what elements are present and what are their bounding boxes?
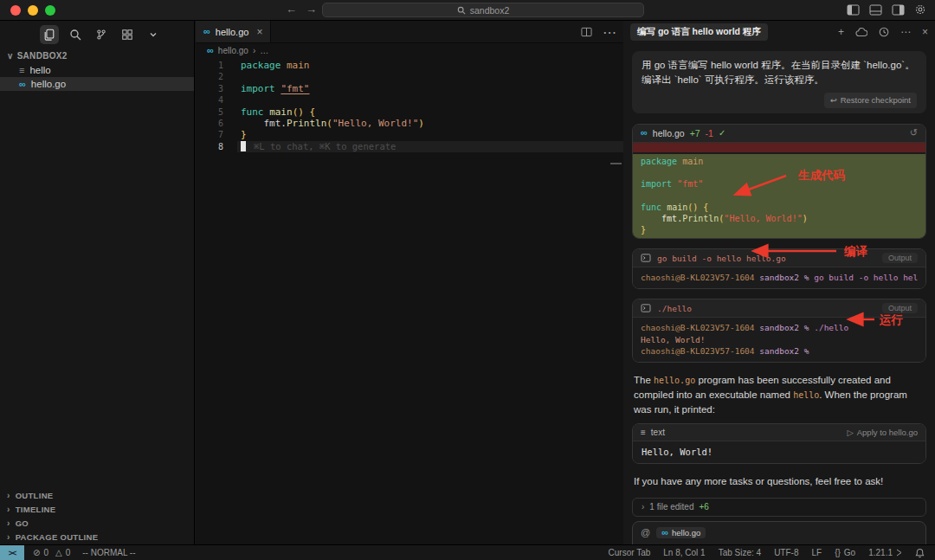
editor-more-actions-icon[interactable]: ⋯ xyxy=(603,24,616,41)
eol-indicator[interactable]: LF xyxy=(811,548,822,557)
notifications-bell-icon[interactable] xyxy=(915,548,925,558)
go-version[interactable]: 1.21.1 xyxy=(868,548,902,557)
scrollbar-marker[interactable] xyxy=(610,163,622,164)
history-clock-icon[interactable] xyxy=(879,27,889,37)
list-icon: ≡ xyxy=(641,428,646,437)
section-timeline[interactable]: ›TIMELINE xyxy=(0,502,194,516)
more-views-chevron-icon[interactable] xyxy=(144,25,163,44)
chat-more-icon[interactable]: ⋯ xyxy=(900,26,911,38)
terminal-card-run: ./hello Output chaoshi@B-KL023V57-1604 s… xyxy=(632,299,926,363)
zoom-window-button[interactable] xyxy=(45,5,55,16)
applied-check-icon: ✓ xyxy=(719,128,725,138)
code-line: 1 package main xyxy=(196,60,623,71)
activity-bar xyxy=(40,25,194,44)
undo-icon: ↩ xyxy=(830,94,837,106)
apply-to-file-button[interactable]: ▷ Apply to hello.go xyxy=(847,428,918,437)
go-file-icon: ∞ xyxy=(207,46,214,55)
close-chat-icon[interactable]: × xyxy=(922,26,928,38)
code-line-current: 8 ⌘L to chat, ⌘K to generate xyxy=(196,141,623,152)
user-message-card: 用 go 语言编写 hello world 程序。在当前目录创建 `hello.… xyxy=(632,51,926,113)
back-icon[interactable]: ← xyxy=(286,3,297,16)
diff-line xyxy=(633,167,925,178)
terminal-line: chaoshi@B-KL023V57-1604 sandbox2 % go bu… xyxy=(641,272,918,283)
revert-diff-icon[interactable]: ↺ xyxy=(910,127,918,138)
text-output-card: ≡ text ▷ Apply to hello.go Hello, World! xyxy=(632,423,926,464)
terminal-line: chaoshi@B-KL023V57-1604 sandbox2 % ./hel… xyxy=(641,322,918,333)
cursor-tab-status[interactable]: Cursor Tab xyxy=(609,548,651,557)
extensions-icon[interactable] xyxy=(118,25,137,44)
tab-hello-go[interactable]: ∞ hello.go × xyxy=(196,21,271,42)
cloud-icon[interactable] xyxy=(855,28,867,37)
cursor-position[interactable]: Ln 8, Col 1 xyxy=(663,548,705,557)
command-center-search[interactable]: sandbox2 xyxy=(322,3,644,17)
terminal-command: ./hello xyxy=(657,304,692,313)
tab-size[interactable]: Tab Size: 4 xyxy=(719,548,761,557)
text-card-body: Hello, World! xyxy=(633,441,925,463)
code-diff-card: ∞ hello.go +7 -1 ✓ ↺ package main import… xyxy=(632,124,926,239)
restore-checkpoint-button[interactable]: ↩ Restore checkpoint xyxy=(824,93,917,108)
source-control-icon[interactable] xyxy=(92,25,111,44)
file-row-hello[interactable]: ≡ hello xyxy=(0,63,194,77)
code-editor[interactable]: 1 package main 2 3 import "fmt" 4 5 func… xyxy=(196,57,623,152)
go-file-icon: ∞ xyxy=(203,27,210,36)
terminal-line: Hello, World! xyxy=(641,334,918,345)
lines-removed-badge: -1 xyxy=(706,128,713,138)
chat-tab-title[interactable]: 编写 go 语言 hello world 程序 xyxy=(630,23,768,41)
terminal-header[interactable]: ./hello Output xyxy=(633,299,925,318)
window-controls[interactable] xyxy=(10,5,55,16)
problems-indicator[interactable]: ⊘0 △0 xyxy=(33,548,70,557)
text-card-header: ≡ text ▷ Apply to hello.go xyxy=(633,424,925,441)
language-mode[interactable]: {} Go xyxy=(835,548,855,557)
add-context-icon[interactable]: @ xyxy=(641,527,650,537)
toggle-primary-sidebar-icon[interactable] xyxy=(847,4,860,16)
inline-code: hello.go xyxy=(654,376,695,385)
ai-chat-panel: 编写 go 语言 hello world 程序 + ⋯ × 用 go 语言编写 … xyxy=(623,21,935,544)
terminal-output: chaoshi@B-KL023V57-1604 sandbox2 % go bu… xyxy=(633,267,925,288)
encoding[interactable]: UTF-8 xyxy=(774,548,798,557)
section-outline[interactable]: ›OUTLINE xyxy=(0,488,194,502)
toggle-secondary-sidebar-icon[interactable] xyxy=(892,4,905,16)
breadcrumb[interactable]: ∞ hello.go › … xyxy=(196,43,623,57)
toggle-panel-icon[interactable] xyxy=(869,4,882,16)
new-chat-icon[interactable]: + xyxy=(838,26,844,38)
user-message-text: 用 go 语言编写 hello world 程序。在当前目录创建 `hello.… xyxy=(642,58,917,88)
sidebar-sections: ›OUTLINE ›TIMELINE ›GO ›PACKAGE OUTLINE xyxy=(0,488,194,544)
terminal-header[interactable]: go build -o hello hello.go Output xyxy=(633,249,925,267)
go-file-icon: ∞ xyxy=(19,80,26,89)
explorer-icon[interactable] xyxy=(40,25,59,44)
output-badge[interactable]: Output xyxy=(882,303,918,313)
editor-tab-bar: ∞ hello.go × ⋯ xyxy=(196,21,623,43)
context-chip-hello-go[interactable]: ∞ hello.go xyxy=(656,527,706,538)
output-badge[interactable]: Output xyxy=(882,253,918,263)
section-go[interactable]: ›GO xyxy=(0,516,194,530)
remote-indicator[interactable]: >< xyxy=(0,545,24,560)
assistant-paragraph: The hello.go program has been successful… xyxy=(634,373,925,416)
code-line: 2 xyxy=(196,71,623,82)
settings-gear-icon[interactable] xyxy=(914,3,926,16)
terminal-card-build: go build -o hello hello.go Output chaosh… xyxy=(632,248,926,289)
minimize-window-button[interactable] xyxy=(28,5,38,16)
error-icon: ⊘ xyxy=(33,548,40,557)
warning-icon: △ xyxy=(55,548,62,557)
search-view-icon[interactable] xyxy=(66,25,85,44)
close-window-button[interactable] xyxy=(10,5,21,16)
split-editor-icon[interactable] xyxy=(581,27,592,37)
play-icon: ▷ xyxy=(847,428,853,437)
file-row-hello-go[interactable]: ∞ hello.go xyxy=(0,77,194,91)
explorer-root-folder[interactable]: ∨ SANDBOX2 xyxy=(0,48,194,63)
chat-input-box[interactable]: @ ∞ hello.go Plan, search, build anythin… xyxy=(632,521,926,544)
forward-icon[interactable]: → xyxy=(306,3,317,16)
vim-mode-indicator: -- NORMAL -- xyxy=(82,548,135,557)
inline-code: hello xyxy=(793,390,819,400)
title-bar: ← → sandbox2 xyxy=(0,0,935,21)
text-cursor xyxy=(241,141,246,151)
diff-line: func main() { xyxy=(633,202,925,213)
section-package-outline[interactable]: ›PACKAGE OUTLINE xyxy=(0,530,194,544)
assistant-closing: If you have any more tasks or questions,… xyxy=(634,474,925,489)
files-edited-summary[interactable]: › 1 file edited +6 xyxy=(632,498,926,517)
terminal-output: chaoshi@B-KL023V57-1604 sandbox2 % ./hel… xyxy=(633,318,925,362)
diff-header[interactable]: ∞ hello.go +7 -1 ✓ ↺ xyxy=(633,125,925,143)
close-tab-icon[interactable]: × xyxy=(256,26,262,38)
code-line: 5 func main() { xyxy=(196,106,623,118)
lines-added-badge: +7 xyxy=(690,128,700,138)
